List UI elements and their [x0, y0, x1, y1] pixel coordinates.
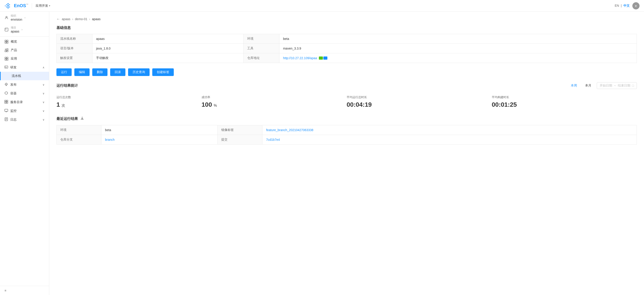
stat-total-label: 运行总次数 — [56, 95, 202, 99]
sidebar-group-monitor[interactable]: 监控 ∨ — [0, 107, 49, 115]
svg-rect-16 — [7, 49, 8, 50]
date-sep: ~ — [614, 84, 616, 87]
svg-rect-15 — [5, 49, 6, 50]
label-trigger: 触发设置 — [57, 53, 92, 63]
sidebar-item-pipeline[interactable]: 流水线 — [0, 72, 49, 80]
svg-rect-12 — [7, 40, 8, 42]
app-nav-label: 应用开发 — [36, 4, 48, 8]
project-info: 项目 apaas — [11, 26, 19, 33]
sidebar-group-container[interactable]: 容器 ∨ — [0, 89, 49, 98]
navbar-right: EN | 中文 e — [615, 2, 640, 10]
sidebar-item-app[interactable]: 应用 — [0, 55, 49, 63]
sidebar-item-org[interactable]: 组织 envision › — [0, 12, 49, 24]
project-label: 项目 — [11, 26, 19, 30]
user-avatar[interactable]: e — [632, 2, 640, 10]
image-tag-link[interactable]: feature_branch_20210427063338 — [266, 128, 313, 132]
value-repo: http://10.27.22.109/apaa — [279, 53, 636, 63]
stat-total-value: 1 次 — [56, 101, 202, 108]
label-lang: 语言/版本 — [57, 44, 92, 53]
result-label-repo-branch: 仓库分支 — [57, 135, 102, 145]
filter-month-button[interactable]: 本月 — [582, 83, 594, 89]
svg-rect-21 — [5, 59, 6, 60]
lang-zh[interactable]: 中文 — [624, 4, 630, 8]
rd-label: 研发 — [10, 66, 40, 70]
stat-avg-run-label: 平均运行总时长 — [347, 95, 492, 99]
app-nav-chevron: ▾ — [49, 5, 50, 7]
info-row-2: 语言/版本 java_1.8.0 工具 maven_3.3.9 — [57, 44, 637, 53]
breadcrumb-item-2[interactable]: demo-01 — [75, 17, 87, 21]
sidebar-group-log[interactable]: 日志 ∨ — [0, 115, 49, 124]
sidebar-item-product[interactable]: 产品 — [0, 46, 49, 55]
svg-point-4 — [8, 5, 9, 7]
rollback-button[interactable]: 回滚 — [110, 68, 126, 76]
logo-icon — [4, 3, 12, 9]
org-info: 组织 envision — [11, 14, 22, 21]
back-button[interactable]: ← — [56, 17, 60, 21]
svg-rect-14 — [7, 42, 8, 43]
repo-link[interactable]: http://10.27.22.109/apaa — [283, 56, 317, 60]
value-pipeline-name: apaas — [92, 34, 244, 44]
info-row-1: 流水线名称 apaas 环境 beta — [57, 34, 637, 44]
stat-total-number: 1 — [56, 101, 60, 108]
log-label: 日志 — [10, 118, 40, 122]
edit-button[interactable]: 编辑 — [74, 68, 90, 76]
app-label: 应用 — [11, 57, 44, 61]
value-lang: java_1.8.0 — [92, 44, 244, 53]
svg-rect-28 — [6, 100, 8, 102]
commit-link[interactable]: 7cd1b7e4 — [266, 138, 280, 141]
main-content: ← apaas › demo-01 › apaas 基础信息 流水线名称 apa… — [49, 12, 644, 295]
app-nav[interactable]: 应用开发 ▾ — [36, 4, 50, 8]
publish-label: 发布 — [10, 83, 40, 87]
svg-point-7 — [9, 6, 10, 8]
rd-chevron: ∧ — [42, 66, 44, 69]
lang-switch: EN | 中文 — [615, 4, 630, 8]
org-arrow: › — [24, 16, 25, 19]
repo-icon-blue — [323, 57, 327, 60]
repo-branch-link[interactable]: branch — [105, 138, 115, 141]
logo-tm: ™ — [26, 3, 28, 6]
svg-point-0 — [5, 5, 6, 7]
sidebar-sub-rd: 流水线 — [0, 72, 49, 80]
result-row-1: 环境 beta 镜像标签 feature_branch_202104270633… — [57, 125, 637, 135]
run-button[interactable]: 运行 — [56, 68, 72, 76]
product-icon — [4, 48, 8, 52]
sidebar-collapse-btn[interactable]: ≡ — [0, 286, 49, 295]
filter-week-button[interactable]: 本周 — [568, 83, 580, 89]
svg-point-6 — [9, 4, 10, 6]
publish-chevron: ∨ — [42, 83, 44, 86]
sidebar-group-publish[interactable]: 发布 ∨ — [0, 80, 49, 89]
navbar: EnOS™ 应用开发 ▾ EN | 中文 e — [0, 0, 644, 12]
result-value-repo-branch: branch — [102, 135, 218, 145]
svg-marker-26 — [5, 92, 8, 94]
history-button[interactable]: 历史查询 — [128, 68, 150, 76]
result-value-commit: 7cd1b7e4 — [262, 135, 637, 145]
sidebar-item-project[interactable]: 项目 apaas › — [0, 24, 49, 36]
layout: 组织 envision › 项目 apaas › 概览 — [0, 12, 644, 295]
date-range-picker[interactable]: 开始日期 ~ 结束日期 □ — [597, 82, 637, 89]
logo: EnOS™ — [4, 3, 28, 9]
stat-avg-run: 平均运行总时长 00:04:19 — [347, 94, 492, 110]
breadcrumb-item-1[interactable]: apaas — [62, 17, 70, 21]
download-button[interactable] — [80, 116, 84, 122]
results-table: 环境 beta 镜像标签 feature_branch_202104270633… — [56, 125, 637, 145]
sidebar-item-overview[interactable]: 概览 — [0, 38, 49, 46]
log-icon — [4, 117, 8, 122]
sidebar-group-service[interactable]: 服务目录 ∨ — [0, 98, 49, 107]
svg-rect-29 — [5, 102, 6, 103]
menu-icon: ≡ — [4, 289, 6, 292]
nav-divider — [32, 3, 32, 9]
lang-en[interactable]: EN — [615, 4, 619, 8]
container-label: 容器 — [10, 92, 40, 96]
label-env: 环境 — [244, 34, 279, 44]
create-tag-button[interactable]: 创建标签 — [152, 68, 174, 76]
delete-button[interactable]: 删除 — [92, 68, 108, 76]
label-pipeline-name: 流水线名称 — [57, 34, 92, 44]
stat-success-unit: % — [214, 104, 217, 107]
stats-grid: 运行总次数 1 次 成功率 100 % 平均运行总时长 00:04:19 平均构… — [56, 94, 637, 110]
stat-success-number: 100 — [202, 101, 212, 108]
basic-info-title: 基础信息 — [56, 26, 637, 30]
value-trigger: 手动触发 — [92, 53, 244, 63]
stat-avg-build-label: 平均构建时长 — [492, 95, 637, 99]
sidebar-group-rd[interactable]: 研发 ∧ — [0, 63, 49, 72]
svg-rect-27 — [5, 100, 6, 102]
